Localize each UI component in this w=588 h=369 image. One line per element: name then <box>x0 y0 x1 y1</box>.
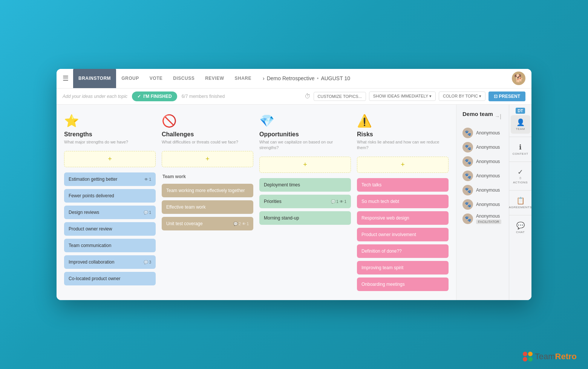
column-icon-challenges: 🚫 <box>162 114 253 128</box>
card-text: Fewer points delivered <box>69 193 114 198</box>
column-header-risks: ⚠️ Risks What risks lie ahead and how ca… <box>357 114 449 151</box>
column-title-strengths: Strengths <box>64 131 156 138</box>
add-card-button-risks[interactable]: + <box>357 157 449 173</box>
member-name-3: Anonymous <box>476 173 500 178</box>
im-finished-button[interactable]: ✓ I'M FINISHED <box>132 91 177 101</box>
icon-bar-icon-actions: ✓ <box>518 168 523 176</box>
member-avatar-3: 🐾 <box>462 171 473 181</box>
timer-icon: ⏱ <box>305 93 311 100</box>
column-header-challenges: 🚫 Challenges What difficulties or threat… <box>162 114 253 145</box>
add-card-button-strengths[interactable]: + <box>64 151 156 167</box>
member-name-1: Anonymous <box>476 145 500 150</box>
nav-tab-review[interactable]: REVIEW <box>200 69 229 88</box>
card-risks-1[interactable]: So much tech debt <box>357 195 449 208</box>
logo-circle-green <box>528 357 533 361</box>
card-text: Estimation getting better <box>69 177 117 182</box>
column-title-challenges: Challenges <box>162 131 253 138</box>
icon-bar-label-1: CONTEXT <box>513 152 528 156</box>
card-challenges-3[interactable]: Unit test coverage 💬 2 👁 1 <box>162 217 253 230</box>
card-meta: 💬 1 <box>144 210 151 215</box>
team-member-2: 🐾 Anonymous <box>462 156 503 167</box>
main-content: ⭐ Strengths What major strengths do we h… <box>57 105 531 300</box>
icon-bar-item-chat[interactable]: 💬 CHAT <box>511 218 530 237</box>
icon-bar-divider-3 <box>509 215 531 215</box>
card-strengths-5[interactable]: Improved collaboration 💬 3 <box>64 255 156 269</box>
logo-circle-orange <box>528 352 533 356</box>
card-strengths-3[interactable]: Product owner review <box>64 222 156 236</box>
add-card-button-challenges[interactable]: + <box>162 151 253 167</box>
card-risks-6[interactable]: Onboarding meetings <box>357 278 449 291</box>
column-title-risks: Risks <box>357 131 449 138</box>
card-opportunities-0[interactable]: Deployment times <box>259 178 351 192</box>
card-challenges-1[interactable]: Team working more effectively together <box>162 184 253 197</box>
color-by-topic-button[interactable]: COLOR BY TOPIC ▾ <box>439 91 485 101</box>
card-risks-3[interactable]: Product owner involvement <box>357 228 449 241</box>
icon-bar-icon-context: ℹ <box>519 143 522 151</box>
column-header-strengths: ⭐ Strengths What major strengths do we h… <box>64 114 156 145</box>
card-strengths-4[interactable]: Team communication <box>64 239 156 252</box>
card-opportunities-2[interactable]: Morning stand-up <box>259 211 351 225</box>
card-risks-0[interactable]: Tech talks <box>357 178 449 192</box>
show-ideas-button[interactable]: SHOW IDEAS IMMEDIATELY ▾ <box>369 91 436 101</box>
subheader-left: Add your ideas under each topic ✓ I'M FI… <box>63 91 299 101</box>
team-member-5: 🐾 Anonymous <box>462 199 503 210</box>
card-text: Priorities <box>264 199 282 204</box>
nav-tab-vote[interactable]: VOTE <box>144 69 168 88</box>
dt-badge: DT <box>516 108 525 114</box>
card-challenges-2[interactable]: Effective team work <box>162 200 253 214</box>
card-strengths-0[interactable]: Estimation getting better 👁 1 <box>64 172 156 186</box>
subheader-right: ⏱ CUSTOMIZE TOPICS... SHOW IDEAS IMMEDIA… <box>305 91 526 101</box>
card-strengths-6[interactable]: Co-located product owner <box>64 272 156 285</box>
icon-bar-divider-2 <box>509 190 531 191</box>
logo-text: TeamRetro <box>535 352 577 361</box>
icon-bar-item-actions[interactable]: ✓ 8 ACTIONS <box>511 165 530 187</box>
card-text: Improved collaboration <box>69 259 114 265</box>
member-name-5: Anonymous <box>476 202 500 207</box>
card-text: Onboarding meetings <box>361 282 405 287</box>
card-text: Effective team work <box>166 204 205 210</box>
nav-tabs: BRAINSTORMGROUPVOTEDISCUSSREVIEWSHARE <box>73 69 257 88</box>
breadcrumb-arrow: › <box>263 75 265 81</box>
column-icon-strengths: ⭐ <box>64 114 156 128</box>
icon-bar-item-agreements[interactable]: 📋 AGREEMENTS <box>511 194 530 212</box>
card-text: Morning stand-up <box>264 215 299 221</box>
im-finished-label: I'M FINISHED <box>143 94 172 99</box>
card-strengths-2[interactable]: Design reviews 💬 1 <box>64 206 156 219</box>
nav-tab-share[interactable]: SHARE <box>230 69 257 88</box>
team-member-3: 🐾 Anonymous <box>462 171 503 181</box>
card-meta: 💬 1 👁 1 <box>331 200 346 204</box>
card-opportunities-1[interactable]: Priorities 💬 1 👁 1 <box>259 195 351 208</box>
column-desc-opportunities: What can we capitalize on based on our s… <box>259 139 351 151</box>
menu-icon[interactable]: ☰ <box>63 74 69 82</box>
icon-bar-icon-agreements: 📋 <box>516 197 525 205</box>
card-risks-2[interactable]: Responsive web design <box>357 211 449 225</box>
card-text: Responsive web design <box>361 215 409 221</box>
nav-tab-discuss[interactable]: DISCUSS <box>168 69 200 88</box>
collapse-button[interactable]: →| <box>493 112 503 121</box>
icon-bar-item-team[interactable]: 👤 TEAM <box>511 115 530 134</box>
card-risks-4[interactable]: Definition of done?? <box>357 244 449 258</box>
customize-topics-button[interactable]: CUSTOMIZE TOPICS... <box>314 92 366 101</box>
member-avatar-2: 🐾 <box>462 156 473 167</box>
nav-tab-brainstorm[interactable]: BRAINSTORM <box>73 69 116 88</box>
card-strengths-1[interactable]: Fewer points delivered <box>64 189 156 203</box>
present-button[interactable]: ⊡ PRESENT <box>488 91 525 101</box>
user-avatar[interactable]: 🐕 <box>512 72 525 85</box>
icon-bar-item-context[interactable]: ℹ CONTEXT <box>511 140 530 159</box>
header-title: › Demo Retrospective • AUGUST 10 <box>263 75 350 81</box>
member-info-6: Anonymous FACILITATOR <box>476 213 501 224</box>
dot-separator: • <box>317 75 319 81</box>
card-risks-5[interactable]: Improving team spirit <box>357 261 449 274</box>
teamretro-logo: TeamRetro <box>523 352 577 361</box>
add-card-button-opportunities[interactable]: + <box>259 157 351 173</box>
icon-bar-label-4: CHAT <box>516 230 525 234</box>
icon-bar-badge-2: 8 <box>519 176 521 180</box>
column-desc-risks: What risks lie ahead and how can we redu… <box>357 139 449 151</box>
facilitator-badge-6: FACILITATOR <box>476 220 501 224</box>
team-member-4: 🐾 Anonymous <box>462 185 503 195</box>
column-icon-risks: ⚠️ <box>357 114 449 128</box>
icon-bar-label-2: ACTIONS <box>513 181 528 184</box>
icon-bar-icon-team: 👤 <box>516 118 525 127</box>
card-meta: 💬 2 👁 1 <box>233 222 249 226</box>
nav-tab-group[interactable]: GROUP <box>116 69 144 88</box>
